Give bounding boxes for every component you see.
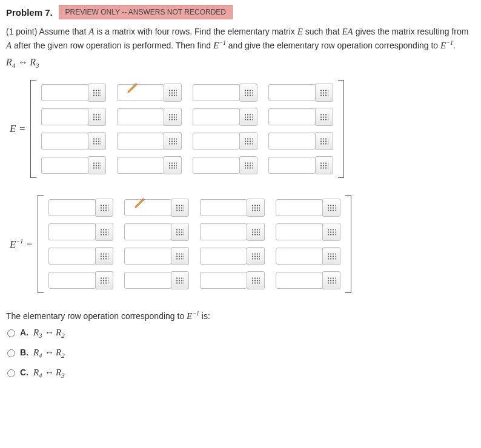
bracket-right [345, 195, 351, 293]
keypad-icon [244, 90, 253, 96]
keypad-button[interactable] [322, 223, 340, 241]
keypad-button[interactable] [322, 247, 340, 265]
matrix-input[interactable] [124, 248, 171, 265]
matrix-cell [117, 108, 182, 126]
keypad-button[interactable] [315, 84, 333, 102]
matrix-input[interactable] [200, 199, 247, 216]
keypad-icon [320, 90, 328, 96]
matrix-input[interactable] [276, 272, 323, 289]
matrix-input[interactable] [48, 272, 96, 289]
keypad-icon [327, 277, 336, 284]
keypad-button[interactable] [95, 223, 113, 241]
matrix-cell [124, 271, 189, 289]
keypad-icon [168, 138, 177, 145]
keypad-icon [251, 205, 260, 211]
matrix-input[interactable] [193, 133, 240, 150]
keypad-icon [93, 162, 101, 169]
keypad-button[interactable] [171, 271, 189, 289]
pencil-icon [126, 81, 139, 94]
option-label: B. R4 ↔ R2 [20, 348, 65, 359]
matrix-input[interactable] [193, 84, 240, 101]
matrix-Einv-block: E−1 = [10, 195, 475, 293]
matrix-cell [276, 247, 340, 265]
keypad-button[interactable] [315, 108, 333, 126]
keypad-button[interactable] [95, 199, 113, 217]
matrix-input[interactable] [200, 248, 247, 265]
keypad-icon [244, 114, 253, 120]
matrix-input[interactable] [268, 108, 316, 125]
keypad-button[interactable] [88, 156, 106, 174]
matrix-input[interactable] [276, 199, 323, 216]
matrix-input[interactable] [41, 157, 88, 174]
keypad-button[interactable] [171, 223, 189, 241]
matrix-input[interactable] [268, 84, 316, 101]
matrix-cell [276, 199, 340, 217]
bracket-right [338, 80, 344, 178]
points-label: (1 point) [6, 27, 37, 36]
keypad-button[interactable] [247, 271, 265, 289]
matrix-input[interactable] [268, 157, 316, 174]
matrix-input[interactable] [117, 108, 164, 125]
matrix-input[interactable] [276, 223, 323, 240]
keypad-button[interactable] [164, 132, 182, 150]
question-lead: The elementary row operation correspondi… [6, 310, 475, 321]
keypad-button[interactable] [171, 247, 189, 265]
matrix-input[interactable] [124, 199, 171, 216]
keypad-button[interactable] [88, 132, 106, 150]
keypad-button[interactable] [95, 247, 113, 265]
matrix-cell [117, 156, 182, 174]
matrix-input[interactable] [48, 199, 96, 216]
matrix-E [30, 80, 344, 178]
matrix-input[interactable] [200, 223, 247, 240]
keypad-icon [100, 205, 108, 211]
keypad-button[interactable] [322, 271, 340, 289]
keypad-button[interactable] [88, 108, 106, 126]
keypad-button[interactable] [239, 132, 257, 150]
matrix-cell [276, 223, 340, 241]
keypad-button[interactable] [315, 132, 333, 150]
matrix-cell [268, 156, 333, 174]
keypad-icon [93, 114, 101, 120]
matrix-input[interactable] [276, 248, 323, 265]
keypad-button[interactable] [164, 84, 182, 102]
keypad-button[interactable] [95, 271, 113, 289]
keypad-icon [100, 253, 108, 260]
keypad-button[interactable] [247, 223, 265, 241]
keypad-button[interactable] [239, 108, 257, 126]
keypad-button[interactable] [88, 84, 106, 102]
matrix-cell [193, 84, 257, 102]
keypad-icon [176, 253, 184, 260]
matrix-input[interactable] [124, 223, 171, 240]
matrix-input[interactable] [117, 133, 164, 150]
matrix-input[interactable] [41, 108, 88, 125]
matrix-input[interactable] [117, 84, 164, 101]
matrix-input[interactable] [200, 272, 247, 289]
option-radio[interactable] [7, 369, 15, 377]
keypad-button[interactable] [171, 199, 189, 217]
matrix-cell [193, 108, 257, 126]
keypad-button[interactable] [239, 84, 257, 102]
keypad-button[interactable] [322, 199, 340, 217]
keypad-button[interactable] [315, 156, 333, 174]
matrix-input[interactable] [41, 84, 88, 101]
matrix-input[interactable] [117, 157, 164, 174]
matrix-input[interactable] [48, 223, 96, 240]
matrix-input[interactable] [193, 157, 240, 174]
matrix-input[interactable] [124, 272, 171, 289]
keypad-button[interactable] [247, 199, 265, 217]
matrix-input[interactable] [41, 133, 88, 150]
keypad-button[interactable] [247, 247, 265, 265]
keypad-button[interactable] [164, 156, 182, 174]
option-radio[interactable] [7, 349, 15, 357]
matrix-cell [268, 132, 333, 150]
keypad-button[interactable] [239, 156, 257, 174]
matrix-input[interactable] [193, 108, 240, 125]
keypad-button[interactable] [164, 108, 182, 126]
keypad-icon [320, 138, 328, 145]
matrix-input[interactable] [48, 248, 96, 265]
option-radio[interactable] [7, 329, 15, 337]
matrix-E-block: E = [10, 80, 475, 178]
matrix-input[interactable] [268, 133, 316, 150]
bracket-left [38, 195, 44, 293]
matrix-cell [48, 199, 113, 217]
